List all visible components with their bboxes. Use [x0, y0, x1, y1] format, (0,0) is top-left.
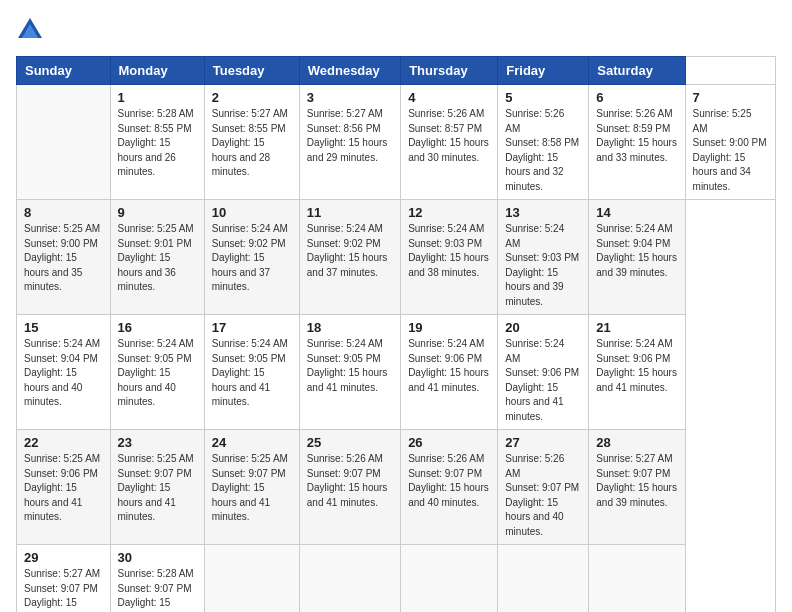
calendar-cell: 13Sunrise: 5:24 AMSunset: 9:03 PMDayligh…	[498, 200, 589, 315]
calendar-cell: 19Sunrise: 5:24 AMSunset: 9:06 PMDayligh…	[401, 315, 498, 430]
day-number: 2	[212, 90, 292, 105]
day-number: 18	[307, 320, 393, 335]
day-info: Sunrise: 5:27 AMSunset: 9:07 PMDaylight:…	[24, 567, 103, 612]
day-number: 26	[408, 435, 490, 450]
logo	[16, 16, 48, 44]
day-number: 19	[408, 320, 490, 335]
day-info: Sunrise: 5:26 AMSunset: 8:57 PMDaylight:…	[408, 107, 490, 165]
calendar-cell: 4Sunrise: 5:26 AMSunset: 8:57 PMDaylight…	[401, 85, 498, 200]
calendar-header-monday: Monday	[110, 57, 204, 85]
day-info: Sunrise: 5:24 AMSunset: 9:04 PMDaylight:…	[24, 337, 103, 410]
calendar-cell: 2Sunrise: 5:27 AMSunset: 8:55 PMDaylight…	[204, 85, 299, 200]
calendar-cell: 12Sunrise: 5:24 AMSunset: 9:03 PMDayligh…	[401, 200, 498, 315]
day-number: 28	[596, 435, 677, 450]
calendar-cell	[401, 545, 498, 613]
day-info: Sunrise: 5:25 AMSunset: 9:01 PMDaylight:…	[118, 222, 197, 295]
calendar-cell: 6Sunrise: 5:26 AMSunset: 8:59 PMDaylight…	[589, 85, 685, 200]
day-info: Sunrise: 5:24 AMSunset: 9:06 PMDaylight:…	[596, 337, 677, 395]
calendar-cell: 9Sunrise: 5:25 AMSunset: 9:01 PMDaylight…	[110, 200, 204, 315]
calendar-cell: 20Sunrise: 5:24 AMSunset: 9:06 PMDayligh…	[498, 315, 589, 430]
calendar-cell: 17Sunrise: 5:24 AMSunset: 9:05 PMDayligh…	[204, 315, 299, 430]
day-info: Sunrise: 5:25 AMSunset: 9:07 PMDaylight:…	[212, 452, 292, 525]
calendar-cell: 24Sunrise: 5:25 AMSunset: 9:07 PMDayligh…	[204, 430, 299, 545]
calendar-cell: 3Sunrise: 5:27 AMSunset: 8:56 PMDaylight…	[299, 85, 400, 200]
day-number: 5	[505, 90, 581, 105]
day-info: Sunrise: 5:26 AMSunset: 8:59 PMDaylight:…	[596, 107, 677, 165]
calendar-cell: 5Sunrise: 5:26 AMSunset: 8:58 PMDaylight…	[498, 85, 589, 200]
day-number: 25	[307, 435, 393, 450]
day-number: 7	[693, 90, 768, 105]
day-info: Sunrise: 5:24 AMSunset: 9:02 PMDaylight:…	[212, 222, 292, 295]
day-number: 10	[212, 205, 292, 220]
calendar-cell	[17, 85, 111, 200]
day-number: 9	[118, 205, 197, 220]
day-number: 1	[118, 90, 197, 105]
day-info: Sunrise: 5:24 AMSunset: 9:02 PMDaylight:…	[307, 222, 393, 280]
day-info: Sunrise: 5:26 AMSunset: 9:07 PMDaylight:…	[408, 452, 490, 510]
day-number: 29	[24, 550, 103, 565]
calendar-header-saturday: Saturday	[589, 57, 685, 85]
day-info: Sunrise: 5:26 AMSunset: 9:07 PMDaylight:…	[307, 452, 393, 510]
calendar-cell: 14Sunrise: 5:24 AMSunset: 9:04 PMDayligh…	[589, 200, 685, 315]
day-number: 14	[596, 205, 677, 220]
day-number: 21	[596, 320, 677, 335]
day-info: Sunrise: 5:28 AMSunset: 8:55 PMDaylight:…	[118, 107, 197, 180]
calendar-cell: 7Sunrise: 5:25 AMSunset: 9:00 PMDaylight…	[685, 85, 775, 200]
day-info: Sunrise: 5:24 AMSunset: 9:06 PMDaylight:…	[408, 337, 490, 395]
calendar-header-friday: Friday	[498, 57, 589, 85]
calendar-cell: 27Sunrise: 5:26 AMSunset: 9:07 PMDayligh…	[498, 430, 589, 545]
day-info: Sunrise: 5:26 AMSunset: 9:07 PMDaylight:…	[505, 452, 581, 539]
day-info: Sunrise: 5:26 AMSunset: 8:58 PMDaylight:…	[505, 107, 581, 194]
calendar-cell: 18Sunrise: 5:24 AMSunset: 9:05 PMDayligh…	[299, 315, 400, 430]
day-number: 22	[24, 435, 103, 450]
day-info: Sunrise: 5:24 AMSunset: 9:03 PMDaylight:…	[505, 222, 581, 309]
page-header	[16, 16, 776, 44]
calendar-cell: 10Sunrise: 5:24 AMSunset: 9:02 PMDayligh…	[204, 200, 299, 315]
day-number: 30	[118, 550, 197, 565]
calendar-header-tuesday: Tuesday	[204, 57, 299, 85]
day-info: Sunrise: 5:28 AMSunset: 9:07 PMDaylight:…	[118, 567, 197, 612]
day-info: Sunrise: 5:24 AMSunset: 9:04 PMDaylight:…	[596, 222, 677, 280]
calendar-cell: 15Sunrise: 5:24 AMSunset: 9:04 PMDayligh…	[17, 315, 111, 430]
day-number: 8	[24, 205, 103, 220]
day-info: Sunrise: 5:25 AMSunset: 9:06 PMDaylight:…	[24, 452, 103, 525]
calendar-cell: 29Sunrise: 5:27 AMSunset: 9:07 PMDayligh…	[17, 545, 111, 613]
day-number: 24	[212, 435, 292, 450]
calendar-cell: 21Sunrise: 5:24 AMSunset: 9:06 PMDayligh…	[589, 315, 685, 430]
calendar-cell: 1Sunrise: 5:28 AMSunset: 8:55 PMDaylight…	[110, 85, 204, 200]
day-number: 17	[212, 320, 292, 335]
day-number: 6	[596, 90, 677, 105]
calendar-cell: 23Sunrise: 5:25 AMSunset: 9:07 PMDayligh…	[110, 430, 204, 545]
day-number: 11	[307, 205, 393, 220]
calendar-cell: 8Sunrise: 5:25 AMSunset: 9:00 PMDaylight…	[17, 200, 111, 315]
calendar-cell: 16Sunrise: 5:24 AMSunset: 9:05 PMDayligh…	[110, 315, 204, 430]
day-info: Sunrise: 5:25 AMSunset: 9:07 PMDaylight:…	[118, 452, 197, 525]
day-info: Sunrise: 5:27 AMSunset: 9:07 PMDaylight:…	[596, 452, 677, 510]
calendar-cell: 30Sunrise: 5:28 AMSunset: 9:07 PMDayligh…	[110, 545, 204, 613]
day-number: 20	[505, 320, 581, 335]
day-info: Sunrise: 5:24 AMSunset: 9:05 PMDaylight:…	[118, 337, 197, 410]
day-info: Sunrise: 5:24 AMSunset: 9:05 PMDaylight:…	[212, 337, 292, 410]
calendar-cell: 28Sunrise: 5:27 AMSunset: 9:07 PMDayligh…	[589, 430, 685, 545]
logo-icon	[16, 16, 44, 44]
day-info: Sunrise: 5:25 AMSunset: 9:00 PMDaylight:…	[24, 222, 103, 295]
day-number: 12	[408, 205, 490, 220]
day-number: 27	[505, 435, 581, 450]
day-number: 3	[307, 90, 393, 105]
day-number: 23	[118, 435, 197, 450]
day-number: 4	[408, 90, 490, 105]
day-info: Sunrise: 5:27 AMSunset: 8:56 PMDaylight:…	[307, 107, 393, 165]
day-info: Sunrise: 5:27 AMSunset: 8:55 PMDaylight:…	[212, 107, 292, 180]
calendar-cell	[299, 545, 400, 613]
day-info: Sunrise: 5:25 AMSunset: 9:00 PMDaylight:…	[693, 107, 768, 194]
calendar-header-wednesday: Wednesday	[299, 57, 400, 85]
calendar-cell: 26Sunrise: 5:26 AMSunset: 9:07 PMDayligh…	[401, 430, 498, 545]
day-info: Sunrise: 5:24 AMSunset: 9:03 PMDaylight:…	[408, 222, 490, 280]
calendar-cell	[498, 545, 589, 613]
day-number: 15	[24, 320, 103, 335]
calendar-header-sunday: Sunday	[17, 57, 111, 85]
calendar-cell: 25Sunrise: 5:26 AMSunset: 9:07 PMDayligh…	[299, 430, 400, 545]
day-info: Sunrise: 5:24 AMSunset: 9:05 PMDaylight:…	[307, 337, 393, 395]
calendar-table: SundayMondayTuesdayWednesdayThursdayFrid…	[16, 56, 776, 612]
calendar-cell: 11Sunrise: 5:24 AMSunset: 9:02 PMDayligh…	[299, 200, 400, 315]
